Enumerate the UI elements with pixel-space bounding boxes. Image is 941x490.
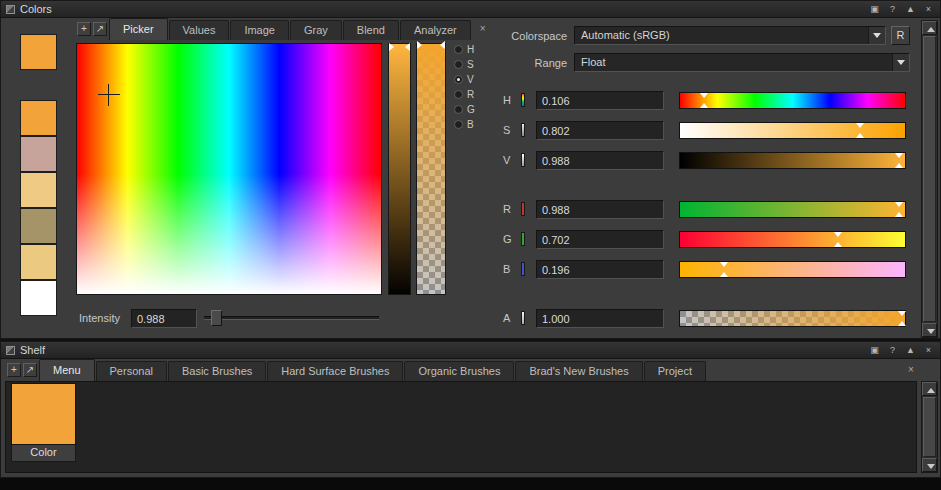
shelf-item-label[interactable]: Color: [11, 445, 76, 462]
bottom-strip: [0, 478, 941, 490]
colorspace-reset-button[interactable]: R: [891, 26, 910, 45]
chevron-down-icon[interactable]: [892, 54, 909, 71]
radio-b[interactable]: B: [454, 117, 475, 132]
scrollbar-thumb[interactable]: [923, 397, 936, 457]
tab-hard-surface-brushes[interactable]: Hard Surface Brushes: [267, 361, 403, 381]
popout-tab-button[interactable]: ↗: [23, 363, 37, 377]
picker-crosshair-icon[interactable]: [98, 84, 120, 106]
radio-h[interactable]: H: [454, 42, 475, 57]
radio-circle-icon[interactable]: [454, 105, 463, 114]
r-gradient-slider[interactable]: [679, 201, 906, 218]
intensity-slider-handle[interactable]: [211, 310, 222, 326]
color-swatch[interactable]: [20, 34, 57, 70]
scroll-down-icon[interactable]: [922, 323, 937, 337]
help-icon[interactable]: ?: [886, 343, 899, 358]
tab-values[interactable]: Values: [169, 20, 230, 40]
channel-stripe-icon: [521, 93, 525, 107]
color-swatch[interactable]: [20, 208, 57, 244]
help-icon[interactable]: ?: [886, 2, 899, 17]
alpha-gradient-fill: [417, 44, 445, 294]
float-icon[interactable]: ▣: [868, 343, 881, 358]
s-gradient-slider[interactable]: [679, 122, 906, 139]
color-swatch[interactable]: [20, 280, 57, 316]
hue-saturation-picker[interactable]: [76, 43, 382, 295]
collapse-icon[interactable]: ▲: [904, 343, 917, 358]
alpha-gradient-fill: [680, 311, 905, 326]
tab-blend[interactable]: Blend: [343, 20, 399, 40]
tab-project[interactable]: Project: [644, 361, 706, 381]
r-value-input[interactable]: [536, 200, 664, 219]
tab-brads-new-brushes[interactable]: Brad's New Brushes: [515, 361, 642, 381]
b-value-input[interactable]: [536, 260, 664, 279]
color-swatch[interactable]: [20, 100, 57, 136]
color-swatch[interactable]: [20, 172, 57, 208]
a-value-input[interactable]: [536, 309, 664, 328]
scroll-down-icon[interactable]: [922, 458, 937, 472]
tab-basic-brushes[interactable]: Basic Brushes: [168, 361, 266, 381]
tab-menu[interactable]: Menu: [39, 359, 95, 381]
close-icon[interactable]: ×: [922, 2, 935, 17]
add-tab-button[interactable]: +: [7, 363, 21, 377]
tab-analyzer[interactable]: Analyzer: [400, 20, 471, 40]
tab-gray[interactable]: Gray: [290, 20, 342, 40]
radio-circle-icon[interactable]: [454, 120, 463, 129]
slider-label-g: G: [503, 233, 512, 245]
intensity-input[interactable]: [131, 309, 197, 328]
radio-circle-icon[interactable]: [454, 90, 463, 99]
shelf-panel-title: Shelf: [20, 344, 45, 356]
collapse-icon[interactable]: ▲: [904, 2, 917, 17]
radio-g[interactable]: G: [454, 102, 475, 117]
shelf-panel: Shelf ▣ ? ▲ × + ↗ Menu Personal Basic Br…: [0, 341, 941, 478]
colorspace-dropdown[interactable]: Automatic (sRGB): [574, 26, 886, 45]
slider-label-r: R: [503, 203, 511, 215]
float-icon[interactable]: ▣: [868, 2, 881, 17]
scrollbar-thumb[interactable]: [923, 36, 936, 322]
slider-label-a: A: [503, 312, 510, 324]
tab-personal[interactable]: Personal: [96, 361, 167, 381]
chevron-down-icon[interactable]: [868, 27, 885, 44]
s-value-input[interactable]: [536, 121, 664, 140]
radio-circle-icon[interactable]: [454, 75, 463, 84]
colors-scrollbar[interactable]: [921, 20, 938, 338]
colors-titlebar[interactable]: Colors ▣ ? ▲ ×: [1, 1, 940, 18]
radio-v[interactable]: V: [454, 72, 475, 87]
alpha-slider-bar[interactable]: [416, 43, 446, 295]
tab-picker[interactable]: Picker: [109, 18, 168, 40]
radio-circle-icon[interactable]: [454, 60, 463, 69]
g-value-input[interactable]: [536, 230, 664, 249]
shelf-scrollbar[interactable]: [921, 381, 938, 473]
range-label: Range: [469, 57, 567, 69]
slider-label-b: B: [503, 263, 510, 275]
a-gradient-slider[interactable]: [679, 310, 906, 327]
h-gradient-slider[interactable]: [679, 92, 906, 109]
shelf-titlebar[interactable]: Shelf ▣ ? ▲ ×: [1, 342, 940, 359]
radio-circle-icon[interactable]: [454, 45, 463, 54]
radio-label: R: [467, 89, 474, 100]
shelf-item-color-swatch[interactable]: [11, 383, 76, 445]
scroll-up-icon[interactable]: [922, 21, 937, 35]
add-tab-button[interactable]: +: [77, 22, 91, 36]
tab-organic-brushes[interactable]: Organic Brushes: [404, 361, 514, 381]
b-gradient-slider[interactable]: [679, 261, 906, 278]
intensity-slider-track[interactable]: [204, 316, 379, 320]
panel-dock-icon[interactable]: [6, 346, 15, 355]
color-swatch[interactable]: [20, 244, 57, 280]
shelf-content-area[interactable]: [5, 381, 917, 473]
radio-label: B: [467, 119, 474, 130]
radio-r[interactable]: R: [454, 87, 475, 102]
close-tab-icon[interactable]: ×: [908, 364, 914, 375]
channel-stripe-icon: [521, 202, 525, 216]
value-slider-bar[interactable]: [388, 43, 411, 295]
panel-dock-icon[interactable]: [6, 5, 15, 14]
g-gradient-slider[interactable]: [679, 231, 906, 248]
close-icon[interactable]: ×: [922, 343, 935, 358]
popout-tab-button[interactable]: ↗: [93, 22, 107, 36]
v-gradient-slider[interactable]: [679, 152, 906, 169]
h-value-input[interactable]: [536, 91, 664, 110]
color-swatch[interactable]: [20, 136, 57, 172]
scroll-up-icon[interactable]: [922, 382, 937, 396]
v-value-input[interactable]: [536, 151, 664, 170]
range-dropdown[interactable]: Float: [574, 53, 910, 72]
tab-image[interactable]: Image: [230, 20, 289, 40]
radio-label: H: [467, 44, 474, 55]
